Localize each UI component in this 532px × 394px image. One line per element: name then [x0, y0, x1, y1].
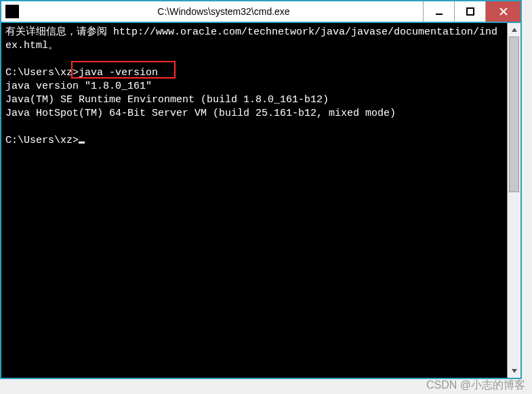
window-body: 有关详细信息，请参阅 http://www.oracle.com/technet… [1, 23, 520, 378]
terminal-output[interactable]: 有关详细信息，请参阅 http://www.oracle.com/technet… [1, 23, 507, 378]
terminal-line: Java(TM) SE Runtime Environment (build 1… [5, 94, 329, 106]
maximize-button[interactable] [454, 1, 485, 22]
close-icon [499, 7, 508, 16]
cmd-icon [5, 5, 19, 18]
chevron-up-icon [511, 26, 518, 33]
maximize-icon [466, 7, 474, 16]
titlebar[interactable]: C:\Windows\system32\cmd.exe [1, 1, 520, 23]
close-button[interactable] [485, 1, 520, 22]
scroll-up-button[interactable] [508, 23, 520, 37]
terminal-line: Java HotSpot(TM) 64-Bit Server VM (build… [5, 108, 396, 119]
prompt-prefix: C:\Users\xz> [5, 67, 79, 79]
watermark: CSDN @小志的博客 [426, 378, 525, 393]
terminal-line: 有关详细信息，请参阅 http://www.oracle.com/technet… [5, 26, 497, 51]
svg-marker-4 [512, 28, 517, 32]
terminal-line: java version "1.8.0_161" [5, 81, 152, 92]
prompt-prefix: C:\Users\xz> [5, 135, 79, 146]
scrollbar-vertical[interactable] [507, 23, 520, 378]
scroll-track[interactable] [508, 37, 520, 364]
scroll-down-button[interactable] [508, 364, 520, 378]
scroll-thumb[interactable] [509, 37, 519, 192]
cmd-window: C:\Windows\system32\cmd.exe 有关详细信息，请参阅 [0, 0, 522, 379]
minimize-button[interactable] [423, 1, 454, 22]
command-text: java -version [79, 67, 158, 79]
chevron-down-icon [511, 368, 518, 374]
minimize-icon [435, 7, 443, 16]
window-title: C:\Windows\system32\cmd.exe [24, 6, 423, 17]
svg-rect-1 [467, 8, 474, 15]
window-controls [423, 1, 520, 22]
cursor [79, 141, 85, 144]
svg-marker-5 [512, 369, 517, 373]
svg-rect-0 [436, 14, 443, 15]
